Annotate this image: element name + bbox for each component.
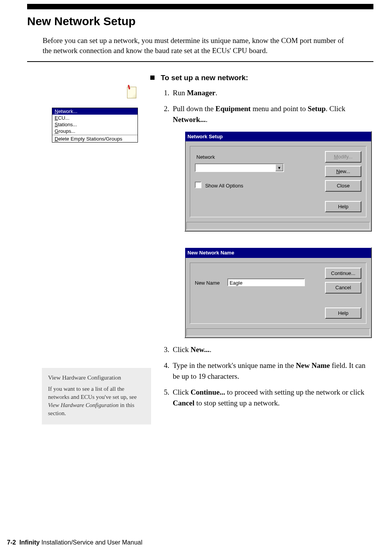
page-number: 7-2 xyxy=(7,539,16,546)
step-2: Pull down the Equipment menu and point t… xyxy=(171,103,373,338)
bullet-square-icon xyxy=(150,76,155,80)
page-title: New Network Setup xyxy=(27,15,136,28)
chevron-down-icon[interactable]: ▼ xyxy=(275,164,283,171)
step-3: Click New.... xyxy=(171,344,373,356)
show-all-options-label: Show All Options xyxy=(205,183,243,189)
header-rule xyxy=(27,4,373,9)
intro-paragraph: Before you can set up a network, you mus… xyxy=(43,36,349,55)
step-5: Click Continue... to proceed with settin… xyxy=(171,387,373,409)
network-combobox[interactable]: ▼ xyxy=(195,163,284,172)
continue-button[interactable]: Continue... xyxy=(325,268,361,279)
status-bar xyxy=(186,328,370,336)
note-icon xyxy=(127,87,136,98)
horizontal-divider xyxy=(27,61,373,62)
close-button[interactable]: Close xyxy=(325,180,361,192)
menu-separator xyxy=(52,135,138,135)
new-network-name-dialog: New Network Name New Name Eagle Continue… xyxy=(184,247,372,338)
step-4: Type in the network's unique name in the… xyxy=(171,360,373,382)
page-footer: 7-2 Infinity Installation/Service and Us… xyxy=(7,539,142,546)
help-button[interactable]: Help xyxy=(325,307,361,319)
procedure-heading: To set up a new network: xyxy=(150,74,373,82)
sidebar-note-title: View Hardware Configuration xyxy=(48,373,145,382)
context-menu: Network... ECU... Stations... Groups... … xyxy=(52,108,138,143)
menu-item-delete-empty[interactable]: Delete Empty Stations/Groups xyxy=(52,136,138,142)
menu-item-groups[interactable]: Groups... xyxy=(52,128,138,134)
help-button[interactable]: Help xyxy=(325,201,361,213)
sidebar-note: View Hardware Configuration If you want … xyxy=(42,368,151,424)
new-button[interactable]: New... xyxy=(325,166,361,177)
new-name-label: New Name xyxy=(195,279,226,287)
show-all-options-checkbox[interactable] xyxy=(195,182,201,188)
sidebar-note-body: If you want to see a list of all the net… xyxy=(48,386,137,416)
menu-item-ecu[interactable]: ECU... xyxy=(52,115,138,121)
modify-button[interactable]: Modify... xyxy=(325,151,361,163)
status-bar xyxy=(186,222,370,230)
menu-item-stations[interactable]: Stations... xyxy=(52,121,138,128)
network-label: Network xyxy=(196,153,320,161)
dialog-title: New Network Name xyxy=(185,248,371,258)
new-name-input[interactable]: Eagle xyxy=(227,278,305,286)
step-1: Run Manager. xyxy=(171,88,373,99)
dialog-title: Network Setup xyxy=(185,132,371,142)
menu-item-network[interactable]: Network... xyxy=(52,108,138,115)
network-setup-dialog: Network Setup Network ▼ Show All Options xyxy=(184,131,372,232)
cancel-button[interactable]: Cancel xyxy=(325,282,361,294)
